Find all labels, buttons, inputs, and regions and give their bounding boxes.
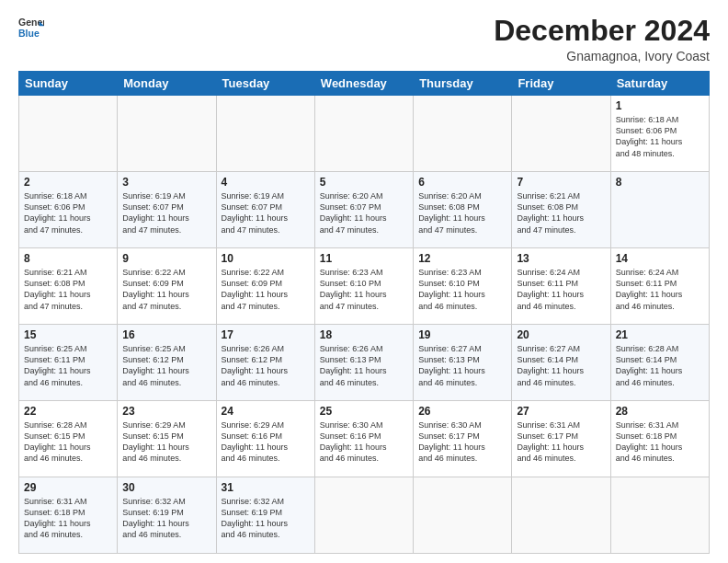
calendar-cell: 15Sunrise: 6:25 AM Sunset: 6:11 PM Dayli… — [19, 325, 118, 401]
calendar-cell: 5Sunrise: 6:20 AM Sunset: 6:07 PM Daylig… — [314, 172, 413, 248]
day-info: Sunrise: 6:20 AM Sunset: 6:07 PM Dayligh… — [320, 190, 408, 236]
day-number: 19 — [418, 328, 506, 341]
calendar-header-row: Sunday Monday Tuesday Wednesday Thursday… — [19, 72, 710, 96]
day-info: Sunrise: 6:31 AM Sunset: 6:17 PM Dayligh… — [517, 419, 605, 465]
calendar-cell — [216, 96, 314, 172]
calendar-cell — [314, 96, 413, 172]
day-number: 29 — [24, 481, 112, 494]
day-info: Sunrise: 6:18 AM Sunset: 6:06 PM Dayligh… — [616, 114, 704, 159]
day-info: Sunrise: 6:27 AM Sunset: 6:14 PM Dayligh… — [517, 343, 605, 388]
day-number: 11 — [320, 252, 408, 265]
day-info: Sunrise: 6:21 AM Sunset: 6:08 PM Dayligh… — [517, 190, 605, 236]
day-number: 24 — [222, 405, 310, 418]
day-number: 28 — [616, 405, 704, 418]
day-number: 4 — [222, 176, 310, 189]
day-info: Sunrise: 6:20 AM Sunset: 6:08 PM Dayligh… — [418, 190, 506, 236]
day-number: 20 — [517, 328, 605, 341]
calendar-cell: 16Sunrise: 6:25 AM Sunset: 6:12 PM Dayli… — [118, 325, 216, 401]
week-row-3: 8Sunrise: 6:21 AM Sunset: 6:08 PM Daylig… — [19, 248, 710, 325]
day-info: Sunrise: 6:23 AM Sunset: 6:10 PM Dayligh… — [418, 267, 506, 312]
location: Gnamagnoa, Ivory Coast — [494, 49, 710, 63]
day-info: Sunrise: 6:23 AM Sunset: 6:10 PM Dayligh… — [320, 267, 408, 312]
calendar-cell: 17Sunrise: 6:26 AM Sunset: 6:12 PM Dayli… — [216, 325, 314, 401]
calendar-cell — [512, 96, 610, 172]
week-row-5: 22Sunrise: 6:28 AM Sunset: 6:15 PM Dayli… — [19, 401, 710, 477]
calendar-cell: 1Sunrise: 6:18 AM Sunset: 6:06 PM Daylig… — [610, 96, 709, 172]
day-number: 25 — [320, 405, 408, 418]
day-number: 13 — [517, 252, 605, 265]
day-info: Sunrise: 6:19 AM Sunset: 6:07 PM Dayligh… — [122, 190, 210, 236]
header: General Blue December 2024 Gnamagnoa, Iv… — [18, 15, 710, 63]
calendar-cell: 24Sunrise: 6:29 AM Sunset: 6:16 PM Dayli… — [216, 401, 314, 477]
calendar-cell: 25Sunrise: 6:30 AM Sunset: 6:16 PM Dayli… — [314, 401, 413, 477]
day-number: 12 — [418, 252, 506, 265]
calendar-cell — [414, 477, 512, 554]
calendar-cell — [314, 477, 413, 554]
day-info: Sunrise: 6:28 AM Sunset: 6:14 PM Dayligh… — [616, 343, 704, 388]
day-info: Sunrise: 6:32 AM Sunset: 6:19 PM Dayligh… — [222, 496, 310, 541]
calendar-cell: 22Sunrise: 6:28 AM Sunset: 6:15 PM Dayli… — [19, 401, 118, 477]
calendar-cell: 7Sunrise: 6:21 AM Sunset: 6:08 PM Daylig… — [512, 172, 610, 248]
calendar-cell: 19Sunrise: 6:27 AM Sunset: 6:13 PM Dayli… — [414, 325, 512, 401]
day-info: Sunrise: 6:26 AM Sunset: 6:13 PM Dayligh… — [320, 343, 408, 388]
calendar-cell: 3Sunrise: 6:19 AM Sunset: 6:07 PM Daylig… — [118, 172, 216, 248]
calendar-cell: 27Sunrise: 6:31 AM Sunset: 6:17 PM Dayli… — [512, 401, 610, 477]
day-info: Sunrise: 6:24 AM Sunset: 6:11 PM Dayligh… — [517, 267, 605, 312]
logo-icon: General Blue — [18, 15, 44, 40]
calendar-cell: 2Sunrise: 6:18 AM Sunset: 6:06 PM Daylig… — [19, 172, 118, 248]
calendar-cell: 21Sunrise: 6:28 AM Sunset: 6:14 PM Dayli… — [610, 325, 709, 401]
week-row-4: 15Sunrise: 6:25 AM Sunset: 6:11 PM Dayli… — [19, 325, 710, 401]
col-tuesday: Tuesday — [216, 72, 314, 96]
day-info: Sunrise: 6:29 AM Sunset: 6:15 PM Dayligh… — [122, 419, 210, 465]
day-info: Sunrise: 6:31 AM Sunset: 6:18 PM Dayligh… — [24, 496, 112, 541]
day-info: Sunrise: 6:24 AM Sunset: 6:11 PM Dayligh… — [616, 267, 704, 312]
calendar-cell — [512, 477, 610, 554]
day-number: 31 — [222, 481, 310, 494]
calendar-cell — [414, 96, 512, 172]
day-info: Sunrise: 6:26 AM Sunset: 6:12 PM Dayligh… — [222, 343, 310, 388]
day-info: Sunrise: 6:30 AM Sunset: 6:17 PM Dayligh… — [418, 419, 506, 465]
day-number: 10 — [222, 252, 310, 265]
week-row-2: 2Sunrise: 6:18 AM Sunset: 6:06 PM Daylig… — [19, 172, 710, 248]
day-number: 30 — [122, 481, 210, 494]
day-number: 8 — [24, 252, 112, 265]
day-number: 18 — [320, 328, 408, 341]
day-number: 1 — [616, 99, 704, 112]
calendar-cell: 8 — [610, 172, 709, 248]
day-info: Sunrise: 6:19 AM Sunset: 6:07 PM Dayligh… — [222, 190, 310, 236]
col-wednesday: Wednesday — [314, 72, 413, 96]
calendar-cell: 23Sunrise: 6:29 AM Sunset: 6:15 PM Dayli… — [118, 401, 216, 477]
day-info: Sunrise: 6:25 AM Sunset: 6:11 PM Dayligh… — [24, 343, 112, 388]
calendar-cell: 6Sunrise: 6:20 AM Sunset: 6:08 PM Daylig… — [414, 172, 512, 248]
col-sunday: Sunday — [19, 72, 118, 96]
col-monday: Monday — [118, 72, 216, 96]
calendar-cell: 14Sunrise: 6:24 AM Sunset: 6:11 PM Dayli… — [610, 248, 709, 325]
logo: General Blue — [18, 15, 44, 40]
day-info: Sunrise: 6:29 AM Sunset: 6:16 PM Dayligh… — [222, 419, 310, 465]
day-number: 23 — [122, 405, 210, 418]
day-number: 6 — [418, 176, 506, 189]
day-number: 14 — [616, 252, 704, 265]
col-thursday: Thursday — [414, 72, 512, 96]
calendar-cell: 31Sunrise: 6:32 AM Sunset: 6:19 PM Dayli… — [216, 477, 314, 554]
calendar-cell — [610, 477, 709, 554]
svg-text:Blue: Blue — [18, 28, 40, 39]
day-number: 5 — [320, 176, 408, 189]
day-info: Sunrise: 6:28 AM Sunset: 6:15 PM Dayligh… — [24, 419, 112, 465]
month-title: December 2024 — [494, 15, 710, 47]
calendar-cell: 9Sunrise: 6:22 AM Sunset: 6:09 PM Daylig… — [118, 248, 216, 325]
calendar-cell: 13Sunrise: 6:24 AM Sunset: 6:11 PM Dayli… — [512, 248, 610, 325]
calendar-cell: 28Sunrise: 6:31 AM Sunset: 6:18 PM Dayli… — [610, 401, 709, 477]
col-saturday: Saturday — [610, 72, 709, 96]
day-number: 27 — [517, 405, 605, 418]
calendar-cell: 29Sunrise: 6:31 AM Sunset: 6:18 PM Dayli… — [19, 477, 118, 554]
day-info: Sunrise: 6:27 AM Sunset: 6:13 PM Dayligh… — [418, 343, 506, 388]
calendar-cell: 11Sunrise: 6:23 AM Sunset: 6:10 PM Dayli… — [314, 248, 413, 325]
day-info: Sunrise: 6:31 AM Sunset: 6:18 PM Dayligh… — [616, 419, 704, 465]
day-number: 15 — [24, 328, 112, 341]
col-friday: Friday — [512, 72, 610, 96]
week-row-1: 1Sunrise: 6:18 AM Sunset: 6:06 PM Daylig… — [19, 96, 710, 172]
calendar: Sunday Monday Tuesday Wednesday Thursday… — [18, 71, 710, 554]
day-number: 8 — [616, 176, 704, 189]
calendar-cell: 26Sunrise: 6:30 AM Sunset: 6:17 PM Dayli… — [414, 401, 512, 477]
